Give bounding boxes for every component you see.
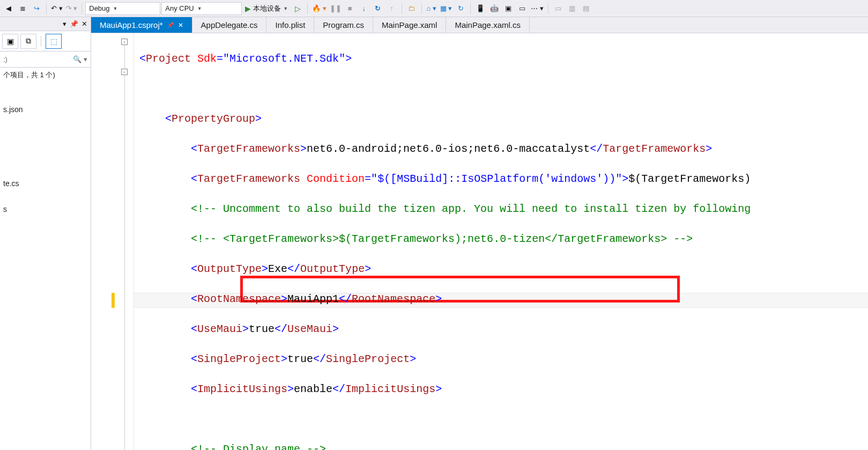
configuration-value: Debug xyxy=(89,4,109,12)
b: </ xyxy=(313,353,326,365)
open-folder-icon[interactable]: 🗀 xyxy=(405,2,418,15)
close-icon[interactable]: ✕ xyxy=(178,21,183,29)
tab-mainpage-xaml[interactable]: MainPage.xaml xyxy=(373,17,446,33)
configuration-combo[interactable]: Debug ▼ xyxy=(85,2,160,15)
tab-label: Program.cs xyxy=(323,20,364,29)
pin-icon[interactable]: 📌 xyxy=(70,20,78,28)
nav-back-icon[interactable]: ◀ xyxy=(2,2,15,15)
play-filled-icon: ▶ xyxy=(245,4,251,13)
panel-header: ▾ 📌 ✕ xyxy=(0,17,91,31)
t: UseMaui xyxy=(197,323,242,335)
view-icon[interactable]: ▣ xyxy=(2,34,18,49)
b: > xyxy=(365,263,371,275)
undo-icon[interactable]: ↶ ▾ xyxy=(50,2,64,15)
txt: MauiApp1 xyxy=(287,293,339,305)
code-content[interactable]: <Project Sdk="Microsoft.NET.Sdk"> <Prope… xyxy=(134,33,868,450)
xml-tag: PropertyGroup xyxy=(172,113,255,125)
change-marker xyxy=(112,293,115,308)
xml-bracket: > xyxy=(255,113,262,125)
tab-mainpage-cs[interactable]: MainPage.xaml.cs xyxy=(446,17,530,33)
redo-icon[interactable]: ↷ ▾ xyxy=(65,2,79,15)
search-placeholder: ;) xyxy=(3,55,8,63)
txt: true xyxy=(249,323,275,335)
b: > xyxy=(281,293,287,305)
device-phone-icon[interactable]: 📱 xyxy=(474,2,487,15)
pin-icon[interactable]: 📌 xyxy=(167,22,174,28)
code-editor[interactable]: - - <Project Sdk="Microsoft.NET.Sdk"> <P… xyxy=(91,33,868,450)
browser-link-icon[interactable]: ⌂ ▾ xyxy=(425,2,438,15)
history-icon[interactable]: ≣ xyxy=(16,2,29,15)
xml-tag: Project xyxy=(146,53,191,65)
tree-item[interactable]: te.cs xyxy=(1,176,91,191)
step-icon[interactable]: ↪ xyxy=(30,2,43,15)
separator xyxy=(46,3,47,14)
t: ImplicitUsings xyxy=(197,383,287,395)
hot-reload-icon[interactable]: 🔥 ▾ xyxy=(311,2,328,15)
window-layout-icon[interactable]: ▭ xyxy=(552,2,565,15)
step-over-icon[interactable]: ↻ xyxy=(372,2,384,15)
t: SingleProject xyxy=(326,353,410,365)
fold-toggle-icon[interactable]: - xyxy=(121,69,128,75)
refresh-icon[interactable]: ↻ xyxy=(454,2,467,15)
fold-toggle-icon[interactable]: - xyxy=(121,39,128,45)
tab-label: Info.plist xyxy=(275,20,305,29)
s xyxy=(300,173,307,185)
b: > xyxy=(287,383,294,395)
panel-toolbar: ▣ ⧉ ⬚ xyxy=(0,31,91,51)
b: > xyxy=(435,293,442,305)
window-split-icon[interactable]: ▥ xyxy=(566,2,578,15)
txt: true xyxy=(287,353,313,365)
xml-comment: <!-- Uncomment to also build the tizen a… xyxy=(191,203,751,215)
device-more-icon[interactable]: ⋯ ▾ xyxy=(530,2,545,15)
tab-label: MainPage.xaml.cs xyxy=(455,20,521,29)
b: > xyxy=(262,263,268,275)
tab-csproj[interactable]: MauiApp1.csproj* 📌 ✕ xyxy=(91,17,192,33)
step-into-icon[interactable]: ↓ xyxy=(358,2,370,15)
tab-appdelegate[interactable]: AppDelegate.cs xyxy=(192,17,267,33)
tree-item[interactable]: s.json xyxy=(1,102,91,117)
step-out-icon[interactable]: ↑ xyxy=(385,2,398,15)
chevron-down-icon: ▼ xyxy=(283,6,288,11)
b: < xyxy=(191,383,197,395)
close-icon[interactable]: ✕ xyxy=(81,20,87,28)
start-debug-button[interactable]: ▶ 本地设备 ▼ xyxy=(243,2,290,15)
b: > xyxy=(300,143,307,155)
t: OutputType xyxy=(300,263,365,275)
c: </TargetFrameworks> xyxy=(545,233,667,245)
platform-combo[interactable]: Any CPU ▼ xyxy=(161,2,242,15)
separator xyxy=(470,3,471,14)
xml-attr-value: Microsoft.NET.Sdk xyxy=(229,53,339,65)
device-terminal-icon[interactable]: ▣ xyxy=(502,2,515,15)
stop-icon[interactable]: ■ xyxy=(344,2,357,15)
dropdown-icon[interactable]: ▾ xyxy=(63,20,66,28)
t: TargetFrameworks xyxy=(197,143,300,155)
document-well: MauiApp1.csproj* 📌 ✕ AppDelegate.cs Info… xyxy=(91,17,868,450)
c: $(TargetFrameworks);net6.0-tizen xyxy=(339,233,545,245)
xml-eq: =" xyxy=(217,53,229,65)
tree-item[interactable]: s xyxy=(1,202,91,217)
b: < xyxy=(191,293,197,305)
class-view-icon[interactable]: ⬚ xyxy=(46,34,62,49)
b: > xyxy=(706,143,712,155)
xml-comment: <!-- Display name --> xyxy=(191,443,326,450)
window-tabs-icon[interactable]: ▤ xyxy=(580,2,592,15)
b: < xyxy=(191,143,197,155)
search-box[interactable]: ;) 🔍 ▾ xyxy=(0,51,91,68)
txt: $(TargetFrameworks) xyxy=(628,173,751,185)
xml-bracket: < xyxy=(139,53,146,65)
t: RootNamespace xyxy=(197,293,281,305)
start-target-label: 本地设备 xyxy=(253,4,281,13)
pause-icon[interactable]: ❚❚ xyxy=(329,2,343,15)
tab-program[interactable]: Program.cs xyxy=(314,17,373,33)
t: TargetFrameworks xyxy=(197,173,300,185)
start-without-debug-icon[interactable]: ▷ xyxy=(291,2,304,15)
tab-infoplist[interactable]: Info.plist xyxy=(266,17,314,33)
xaml-preview-icon[interactable]: ▦ ▾ xyxy=(439,2,454,15)
copy-icon[interactable]: ⧉ xyxy=(20,34,36,49)
chevron-down-icon: ▼ xyxy=(113,6,118,11)
a: Condition xyxy=(307,173,365,185)
b: < xyxy=(191,323,197,335)
device-tablet-icon[interactable]: ▭ xyxy=(516,2,529,15)
device-android-icon[interactable]: 🤖 xyxy=(488,2,501,15)
solution-tree[interactable]: s.json te.cs s xyxy=(0,83,91,217)
